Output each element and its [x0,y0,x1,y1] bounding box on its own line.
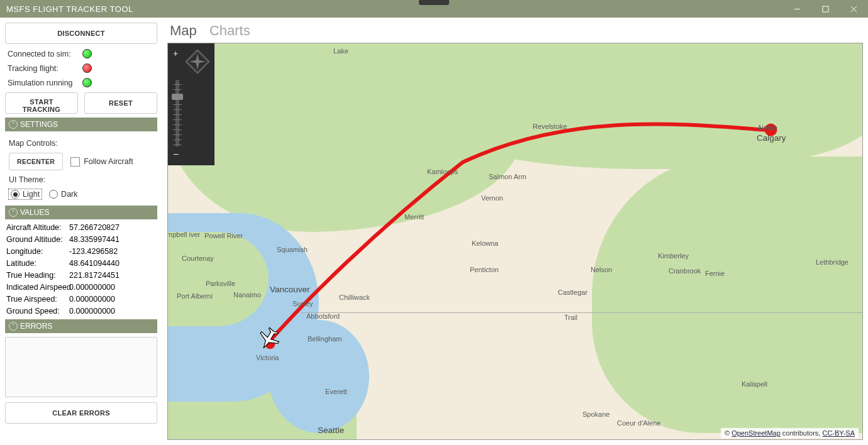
tab-charts[interactable]: Charts [209,23,250,38]
value-label: Ground Speed: [6,307,69,316]
map-controls-label: Map Controls: [9,139,153,148]
status-panel: Connected to sim: Tracking flight: Simul… [5,48,157,89]
value-label: True Airspeed: [6,295,69,304]
zoom-slider[interactable] [175,80,179,146]
value-label: True Heading: [6,271,69,280]
svg-rect-1 [823,6,828,12]
values-header-label: VALUES [20,208,49,217]
land-region [168,232,269,326]
window-title: MSFS FLIGHT TRACKER TOOL [6,4,133,14]
status-tracking-label: Tracking flight: [8,64,82,73]
value-number: 0.000000000 [69,283,156,292]
theme-light-label: Light [23,190,40,199]
value-label: Ground Altitude: [6,235,69,244]
follow-aircraft-checkbox[interactable] [70,157,80,167]
follow-aircraft-label: Follow Aircraft [84,157,133,166]
value-label: Indicated Airspeed [6,283,69,292]
value-number: 48.641094440 [69,259,156,268]
minimize-button[interactable] [783,0,811,18]
settings-header[interactable]: ˄ SETTINGS [5,118,157,131]
zoom-slider-thumb[interactable] [172,94,183,100]
status-connected-indicator [82,49,92,58]
chevron-up-icon: ˄ [9,208,18,217]
reset-button[interactable]: RESET [84,92,157,114]
value-number: -123.4296582 [69,247,156,256]
tab-map[interactable]: Map [170,23,197,38]
tabs: Map Charts [167,21,863,43]
value-label: Aircraft Altitude: [6,223,69,232]
settings-header-label: SETTINGS [20,120,58,129]
chevron-up-icon: ˄ [9,120,18,129]
theme-light-radio[interactable] [11,190,19,199]
status-simrunning-label: Simulation running [8,79,82,87]
zoom-out-button[interactable]: − [173,149,179,160]
errors-textbox[interactable] [5,337,157,397]
sidebar: DISCONNECT Connected to sim: Tracking fl… [0,18,162,445]
settings-body: Map Controls: RECENTER Follow Aircraft U… [5,135,157,202]
license-link[interactable]: CC-BY-SA [822,429,855,437]
value-number: 48.335997441 [69,235,156,244]
border-line [300,312,863,313]
window-controls [783,0,868,18]
chevron-up-icon: ˄ [9,322,18,331]
value-label: Longitude: [6,247,69,256]
map-nav-controls: + − [168,43,214,165]
close-button[interactable] [840,0,868,18]
recenter-button[interactable]: RECENTER [9,153,63,170]
values-header[interactable]: ˄ VALUES [5,206,157,219]
zoom-in-button[interactable]: + [173,48,178,58]
osm-link[interactable]: OpenStreetMap [732,429,781,437]
theme-dark-label: Dark [61,190,77,199]
value-label: Latitude: [6,259,69,268]
disconnect-button[interactable]: DISCONNECT [5,23,157,44]
errors-header-label: ERRORS [20,322,52,331]
land-region [407,43,863,169]
status-simrunning-indicator [82,78,92,87]
value-number: 0.000000000 [69,295,156,304]
land-region [592,157,862,433]
pan-rose-control[interactable] [184,48,211,75]
maximize-button[interactable] [811,0,840,18]
value-number: 221.81724451 [69,271,156,280]
ui-theme-label: UI Theme: [9,175,153,184]
clear-errors-button[interactable]: CLEAR ERRORS [5,402,157,424]
theme-dark-radio[interactable] [49,190,58,199]
errors-header[interactable]: ˄ ERRORS [5,319,157,333]
map[interactable]: + − LakeRevelstokeAirdrieCalgaryKamloops… [167,43,863,440]
status-connected-label: Connected to sim: [8,50,82,58]
values-grid: Aircraft Altitude:57.266720827 Ground Al… [5,223,157,316]
water-region [269,320,369,433]
map-attribution: © OpenStreetMap contributors, CC-BY-SA [721,428,859,438]
value-number: 0.000000000 [69,307,156,316]
value-number: 57.266720827 [69,223,156,232]
status-tracking-indicator [82,63,92,73]
start-tracking-button[interactable]: START TRACKING [5,92,78,114]
top-grab-handle [419,0,449,5]
